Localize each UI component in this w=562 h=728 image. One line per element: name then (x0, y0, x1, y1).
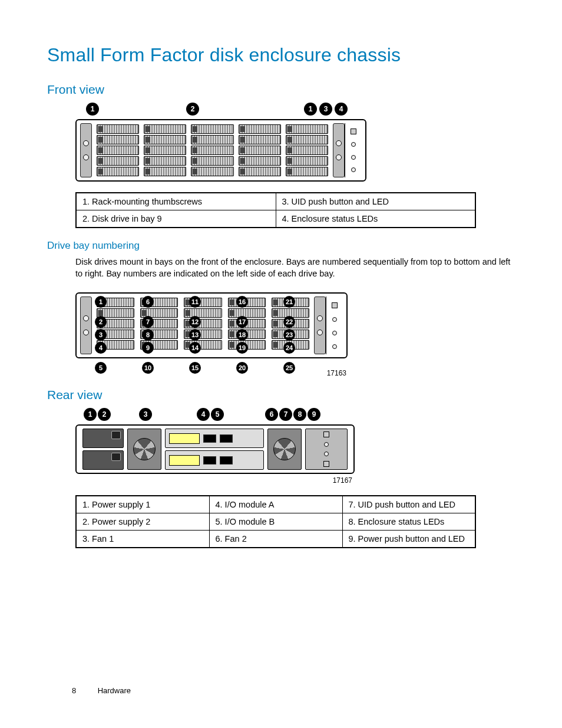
figure-id-rear: 17167 (75, 476, 370, 485)
bay-label: 10 (142, 362, 154, 374)
page-number: 8 (72, 686, 95, 695)
key-table-front: 1. Rack-mounting thumbscrews 3. UID push… (75, 192, 476, 228)
rack-ear-right (333, 123, 345, 177)
figure-id-drive-bay: 17163 (75, 369, 364, 377)
key-table-rear: 1. Power supply 1 4. I/O module A 7. UID… (75, 495, 476, 548)
bay-label: 8 (142, 329, 154, 341)
callout-rear-7: 7 (279, 408, 292, 421)
heading-drive-bay-numbering: Drive bay numbering (47, 240, 515, 252)
bay-label: 14 (189, 342, 201, 354)
callout-rear-2: 2 (98, 408, 111, 421)
fan-2 (267, 429, 302, 470)
bay-label: 20 (236, 362, 248, 374)
figure-drive-bay: 1 2 3 4 5 6 7 8 9 10 11 12 13 14 15 16 1… (47, 292, 515, 377)
front-side-panel-2 (326, 297, 343, 354)
bay-label: 6 (142, 296, 154, 308)
rack-ear-left (80, 123, 92, 177)
bay-label: 7 (142, 316, 154, 328)
bay-label: 12 (189, 316, 201, 328)
bay-label: 2 (95, 316, 107, 328)
callout-front-4: 4 (335, 103, 348, 116)
key-rear-r1c1: 5. I/O module B (209, 513, 342, 531)
figure-front-view: 1 2 1 3 4 (47, 103, 515, 182)
page-footer: 8 Hardware (72, 686, 131, 695)
bay-label: 3 (95, 329, 107, 341)
bay-label: 4 (95, 342, 107, 354)
rack-ear-right-2 (314, 297, 326, 354)
key-rear-r2c1: 6. Fan 2 (209, 531, 342, 548)
key-rear-r0c0: 1. Power supply 1 (76, 496, 209, 513)
bay-label: 24 (283, 342, 295, 354)
rear-control-panel (305, 429, 348, 470)
front-side-panel (345, 123, 362, 177)
key-rear-r2c2: 9. Power push button and LED (342, 531, 475, 548)
key-rear-r0c2: 7. UID push button and LED (342, 496, 475, 513)
rack-ear-left-2 (80, 297, 92, 354)
io-stack (165, 429, 264, 470)
key-rear-r1c2: 8. Enclosure status LEDs (342, 513, 475, 531)
paragraph-drive-bay: Disk drives mount in bays on the front o… (47, 256, 515, 279)
enclosure-drive-bay (75, 292, 348, 358)
heading-front-view: Front view (47, 83, 515, 97)
bay-label: 17 (236, 316, 248, 328)
callout-rear-6: 6 (265, 408, 278, 421)
callout-rear-4: 4 (197, 408, 210, 421)
callout-front-2: 2 (186, 103, 199, 116)
key-rear-r0c1: 4. I/O module A (209, 496, 342, 513)
callout-front-1: 1 (86, 103, 99, 116)
io-module-b (165, 450, 264, 470)
figure-rear-view: 1 2 3 4 5 6 7 8 9 (47, 408, 515, 485)
callout-rear-8: 8 (293, 408, 306, 421)
bay-label: 23 (283, 329, 295, 341)
psu-1 (82, 429, 124, 448)
key-front-r0c1: 3. UID push button and LED (276, 193, 475, 210)
enclosure-front (75, 119, 366, 182)
callout-front-1b: 1 (304, 103, 317, 116)
bay-label: 15 (189, 362, 201, 374)
psu-2 (82, 450, 124, 470)
key-front-r1c0: 2. Disk drive in bay 9 (76, 210, 276, 228)
footer-section: Hardware (98, 686, 131, 695)
bay-label: 21 (283, 296, 295, 308)
key-rear-r1c0: 2. Power supply 2 (76, 513, 209, 531)
callout-rear-1: 1 (84, 408, 97, 421)
fan-1 (127, 429, 161, 470)
io-module-a (165, 429, 264, 448)
page-title: Small Form Factor disk enclosure chassis (47, 44, 515, 66)
bay-label: 5 (95, 362, 107, 374)
bay-label: 13 (189, 329, 201, 341)
bay-label: 22 (283, 316, 295, 328)
bay-label: 19 (236, 342, 248, 354)
callout-rear-5: 5 (211, 408, 224, 421)
bay-label: 11 (189, 296, 201, 308)
key-front-r1c1: 4. Enclosure status LEDs (276, 210, 475, 228)
bay-label: 16 (236, 296, 248, 308)
bay-label: 25 (283, 362, 295, 374)
key-rear-r2c0: 3. Fan 1 (76, 531, 209, 548)
bay-label: 1 (95, 296, 107, 308)
callout-front-3: 3 (319, 103, 332, 116)
psu-stack (82, 429, 124, 470)
key-front-r0c0: 1. Rack-mounting thumbscrews (76, 193, 276, 210)
heading-rear-view: Rear view (47, 388, 515, 402)
bay-label: 18 (236, 329, 248, 341)
enclosure-rear (75, 424, 355, 474)
bay-label: 9 (142, 342, 154, 354)
callout-rear-3: 3 (139, 408, 152, 421)
callout-rear-9: 9 (308, 408, 320, 421)
